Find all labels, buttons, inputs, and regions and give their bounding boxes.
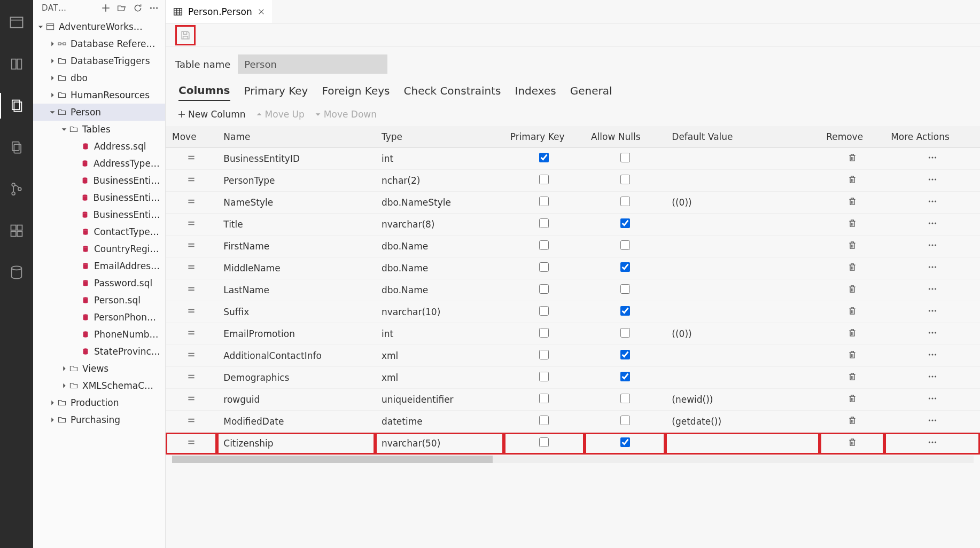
col-type[interactable]: uniqueidentifier <box>375 389 504 411</box>
tree-item[interactable]: BusinessEntit… <box>33 206 165 223</box>
drag-handle-icon[interactable] <box>186 153 196 162</box>
drag-handle-icon[interactable] <box>186 175 196 184</box>
more-actions-icon[interactable] <box>891 416 974 425</box>
table-row[interactable]: EmailPromotionint((0)) <box>166 323 980 345</box>
col-name[interactable]: AdditionalContactInfo <box>217 345 375 367</box>
default-value[interactable]: (getdate()) <box>665 411 820 433</box>
tree-item[interactable]: EmailAddres… <box>33 257 165 275</box>
allow-nulls-checkbox[interactable] <box>620 350 630 359</box>
tree-item[interactable]: PersonPhone… <box>33 309 165 326</box>
table-row[interactable]: Demographicsxml <box>166 367 980 389</box>
save-button[interactable] <box>178 28 192 42</box>
drag-handle-icon[interactable] <box>186 306 196 316</box>
drag-handle-icon[interactable] <box>186 437 196 447</box>
col-type[interactable]: nchar(2) <box>375 170 504 192</box>
table-name-input[interactable] <box>238 54 387 74</box>
tree-item[interactable]: Production <box>33 394 165 411</box>
delete-icon[interactable] <box>826 197 878 206</box>
col-name[interactable]: Suffix <box>217 301 375 323</box>
col-type[interactable]: dbo.Name <box>375 257 504 279</box>
default-value[interactable] <box>665 367 820 389</box>
more-actions-icon[interactable] <box>891 240 974 250</box>
allow-nulls-checkbox[interactable] <box>620 328 630 338</box>
editor-tab[interactable]: Person.Person <box>166 0 273 23</box>
col-type[interactable]: dbo.NameStyle <box>375 192 504 214</box>
col-name[interactable]: FirstName <box>217 236 375 257</box>
delete-icon[interactable] <box>826 394 878 403</box>
col-name[interactable]: BusinessEntityID <box>217 148 375 170</box>
new-column-button[interactable]: New Column <box>177 109 246 120</box>
move-down-button[interactable]: Move Down <box>314 109 377 120</box>
delete-icon[interactable] <box>826 240 878 250</box>
drag-handle-icon[interactable] <box>186 328 196 338</box>
designer-tab-indexes[interactable]: Indexes <box>515 84 556 100</box>
col-name[interactable]: Citizenship <box>217 433 375 455</box>
drag-handle-icon[interactable] <box>186 394 196 403</box>
col-type[interactable]: dbo.Name <box>375 236 504 257</box>
tree-item[interactable]: Password.sql <box>33 275 165 292</box>
default-value[interactable]: ((0)) <box>665 192 820 214</box>
primary-key-checkbox[interactable] <box>539 284 549 294</box>
col-type[interactable]: nvarchar(50) <box>375 433 504 455</box>
more-actions-icon[interactable] <box>891 218 974 228</box>
grid-horizontal-scrollbar[interactable] <box>172 456 974 463</box>
primary-key-checkbox[interactable] <box>539 328 549 338</box>
col-type[interactable]: nvarchar(8) <box>375 214 504 236</box>
more-actions-icon[interactable] <box>891 328 974 338</box>
designer-tab-primary-key[interactable]: Primary Key <box>244 84 308 100</box>
primary-key-checkbox[interactable] <box>539 306 549 316</box>
activity-files[interactable] <box>0 93 33 119</box>
tree-item[interactable]: DatabaseTriggers <box>33 52 165 69</box>
col-name[interactable]: EmailPromotion <box>217 323 375 345</box>
default-value[interactable] <box>665 257 820 279</box>
table-row[interactable]: AdditionalContactInfoxml <box>166 345 980 367</box>
table-row[interactable]: Titlenvarchar(8) <box>166 214 980 236</box>
tree-item[interactable]: Tables <box>33 121 165 138</box>
col-name[interactable]: PersonType <box>217 170 375 192</box>
refresh-icon[interactable] <box>133 3 143 13</box>
primary-key-checkbox[interactable] <box>539 437 549 447</box>
activity-notebook[interactable] <box>0 51 33 77</box>
default-value[interactable] <box>665 214 820 236</box>
tree-item[interactable]: HumanResources <box>33 87 165 104</box>
tree-item[interactable]: dbo <box>33 69 165 87</box>
allow-nulls-checkbox[interactable] <box>620 240 630 250</box>
tree-item[interactable]: Purchasing <box>33 411 165 428</box>
table-row[interactable]: FirstNamedbo.Name <box>166 236 980 257</box>
drag-handle-icon[interactable] <box>186 240 196 250</box>
col-name[interactable]: NameStyle <box>217 192 375 214</box>
default-value[interactable] <box>665 148 820 170</box>
delete-icon[interactable] <box>826 306 878 316</box>
designer-tab-foreign-keys[interactable]: Foreign Keys <box>322 84 390 100</box>
col-type[interactable]: int <box>375 323 504 345</box>
delete-icon[interactable] <box>826 372 878 381</box>
designer-tab-columns[interactable]: Columns <box>178 84 230 101</box>
activity-database[interactable] <box>0 260 33 285</box>
allow-nulls-checkbox[interactable] <box>620 175 630 184</box>
allow-nulls-checkbox[interactable] <box>620 284 630 294</box>
primary-key-checkbox[interactable] <box>539 262 549 272</box>
col-header-remove[interactable]: Remove <box>820 126 884 148</box>
more-actions-icon[interactable] <box>891 394 974 403</box>
delete-icon[interactable] <box>826 262 878 272</box>
default-value[interactable] <box>665 236 820 257</box>
tree-item[interactable]: XMLSchemaC… <box>33 377 165 394</box>
more-icon[interactable] <box>149 3 159 13</box>
table-row[interactable]: Citizenshipnvarchar(50) <box>166 433 980 455</box>
designer-tab-general[interactable]: General <box>570 84 612 100</box>
allow-nulls-checkbox[interactable] <box>620 262 630 272</box>
col-type[interactable]: xml <box>375 345 504 367</box>
allow-nulls-checkbox[interactable] <box>620 416 630 425</box>
col-type[interactable]: dbo.Name <box>375 279 504 301</box>
more-actions-icon[interactable] <box>891 175 974 184</box>
open-folder-icon[interactable] <box>117 3 127 13</box>
default-value[interactable] <box>665 345 820 367</box>
allow-nulls-checkbox[interactable] <box>620 394 630 403</box>
delete-icon[interactable] <box>826 284 878 294</box>
table-row[interactable]: ModifiedDatedatetime(getdate()) <box>166 411 980 433</box>
primary-key-checkbox[interactable] <box>539 153 549 162</box>
activity-copy[interactable] <box>0 135 33 160</box>
tree-item[interactable]: Database Refere… <box>33 35 165 52</box>
col-name[interactable]: Title <box>217 214 375 236</box>
activity-source-control[interactable] <box>0 176 33 202</box>
